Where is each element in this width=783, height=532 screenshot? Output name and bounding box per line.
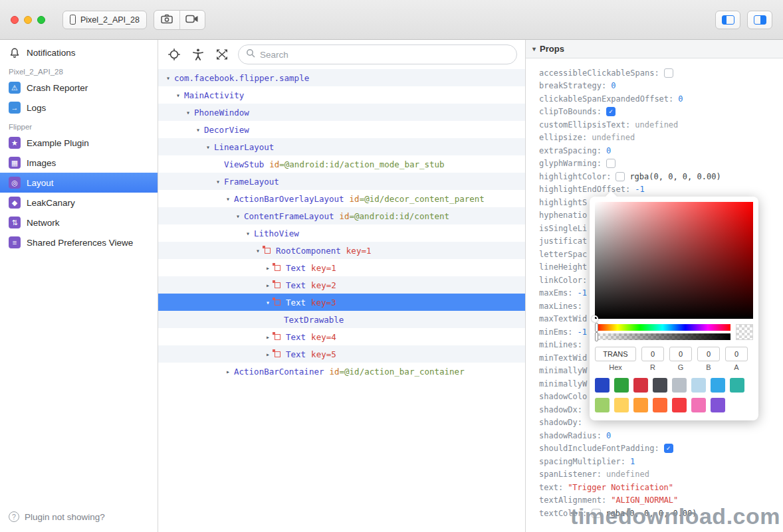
chevron-down-icon[interactable]: ▾ [243, 230, 253, 237]
blue-input[interactable] [697, 347, 720, 361]
tree-row[interactable]: ▾ContentFrameLayoutid=@android:id/conten… [158, 207, 525, 224]
color-swatch[interactable] [672, 378, 687, 393]
tree-row[interactable]: ▾MainActivity [158, 86, 525, 104]
prop-checkbox[interactable] [664, 68, 673, 78]
color-swatch[interactable] [614, 398, 629, 412]
alpha-input[interactable] [725, 347, 748, 361]
toggle-right-panel-button[interactable] [747, 11, 772, 29]
chevron-down-icon[interactable]: ▾ [253, 247, 263, 254]
chevron-right-icon[interactable]: ▸ [223, 368, 233, 375]
minimize-button[interactable] [24, 16, 32, 24]
close-button[interactable] [11, 16, 19, 24]
titlebar: Pixel_2_API_28 [0, 0, 783, 40]
accessibility-icon[interactable] [190, 46, 206, 62]
chevron-right-icon[interactable]: ▸ [263, 351, 273, 358]
color-swatch[interactable] [653, 378, 667, 393]
color-swatch[interactable] [672, 398, 687, 412]
sidebar-item-label: Crash Reporter [27, 83, 88, 93]
color-swatch[interactable] [711, 398, 725, 412]
alpha-cursor[interactable] [595, 332, 598, 341]
prop-checkbox[interactable] [606, 159, 615, 168]
prop-checkbox[interactable]: ✓ [664, 444, 673, 453]
tree-row[interactable]: ▸Textkey=4 [158, 328, 525, 345]
plugin-help-link[interactable]: ? Plugin not showing? [0, 501, 158, 532]
chevron-down-icon[interactable]: ▾ [263, 299, 273, 306]
tree-row[interactable]: ▾com.facebook.flipper.sample [158, 69, 525, 86]
sidebar-item-layout[interactable]: ◎Layout [0, 173, 158, 193]
color-swatch[interactable] [730, 378, 744, 393]
tree-row[interactable]: ▸ActionBarContainerid=@id/action_bar_con… [158, 363, 525, 380]
hue-slider[interactable] [595, 324, 730, 331]
hue-cursor[interactable] [595, 323, 598, 332]
chevron-down-icon[interactable]: ▾ [203, 143, 213, 151]
color-swatch[interactable] [711, 378, 725, 393]
green-input[interactable] [669, 347, 692, 361]
saturation-gradient[interactable] [595, 202, 753, 319]
chevron-down-icon[interactable]: ▾ [183, 109, 193, 116]
sidebar-item-crash-reporter[interactable]: ⚠Crash Reporter [0, 78, 158, 98]
alpha-slider[interactable] [595, 333, 730, 340]
prop-checkbox[interactable] [615, 172, 625, 181]
sidebar-item-notifications[interactable]: Notifications [0, 43, 158, 62]
tree-row[interactable]: ▾PhoneWindow [158, 104, 525, 121]
sidebar-item-network[interactable]: ⇅Network [0, 213, 158, 232]
target-mode-icon[interactable] [166, 46, 182, 62]
tree-row[interactable]: ▾RootComponentkey=1 [158, 242, 525, 259]
color-swatch[interactable] [691, 398, 706, 412]
prop-row: customEllipsisText:undefined [539, 118, 783, 132]
search-input[interactable] [260, 50, 509, 60]
tree-row[interactable]: TextDrawable [158, 311, 525, 328]
hex-label: Hex [609, 363, 622, 371]
chevron-right-icon[interactable]: ▸ [263, 333, 273, 341]
search-field[interactable] [238, 44, 517, 64]
chevron-right-icon[interactable]: ▸ [263, 264, 273, 272]
tree-row[interactable]: ▾DecorView [158, 121, 525, 138]
chevron-down-icon[interactable]: ▾ [213, 178, 223, 185]
toggle-left-panel-button[interactable] [715, 11, 740, 29]
tree-row[interactable]: ▾ActionBarOverlayLayoutid=@id/decor_cont… [158, 190, 525, 207]
saturation-cursor[interactable] [592, 315, 598, 322]
prop-checkbox[interactable] [592, 509, 601, 518]
chevron-down-icon[interactable]: ▾ [164, 74, 173, 82]
sidebar-item-leakcanary[interactable]: ◆LeakCanary [0, 193, 158, 213]
color-swatch[interactable] [653, 398, 667, 412]
color-swatch[interactable] [633, 378, 648, 393]
node-attr-value: =3 [326, 298, 336, 308]
color-swatch[interactable] [614, 378, 629, 393]
prop-value: rgba(0, 0, 0, 0.00) [629, 172, 721, 181]
screenshot-button[interactable] [154, 11, 179, 29]
sidebar-item-logs[interactable]: →Logs [0, 98, 158, 118]
sidebar-item-images[interactable]: ▦Images [0, 153, 158, 173]
color-swatch[interactable] [595, 398, 610, 412]
expand-icon[interactable] [214, 46, 230, 62]
prop-name: shadowRadius: [539, 431, 602, 440]
color-swatch[interactable] [595, 378, 610, 393]
chevron-down-icon[interactable]: ▾ [233, 213, 243, 220]
tree-row[interactable]: ▾Textkey=3 [158, 294, 525, 311]
hex-input[interactable] [595, 347, 636, 361]
node-name: com.facebook.flipper.sample [174, 73, 309, 83]
prop-name: highlightColor: [539, 172, 611, 181]
chevron-right-icon[interactable]: ▸ [263, 282, 273, 289]
zoom-button[interactable] [37, 16, 45, 24]
device-selector-button[interactable]: Pixel_2_API_28 [62, 11, 147, 29]
tree-row[interactable]: ▾LinearLayout [158, 138, 525, 155]
screen-record-button[interactable] [179, 11, 205, 29]
red-input[interactable] [641, 347, 664, 361]
chevron-down-icon[interactable]: ▾ [193, 126, 203, 133]
tree-row[interactable]: ▸Textkey=2 [158, 276, 525, 294]
props-header[interactable]: ▾ Props [526, 40, 783, 58]
tree-row[interactable]: ViewStubid=@android:id/action_mode_bar_s… [158, 155, 525, 173]
prop-checkbox[interactable]: ✓ [606, 107, 615, 116]
tree-row[interactable]: ▸Textkey=5 [158, 345, 525, 363]
sidebar-item-shared-preferences[interactable]: ≡Shared Preferences Viewe [0, 232, 158, 252]
node-attr-name: id [269, 159, 279, 169]
color-swatch[interactable] [633, 398, 648, 412]
tree-row[interactable]: ▾LithoView [158, 224, 525, 242]
chevron-down-icon[interactable]: ▾ [173, 92, 183, 99]
tree-row[interactable]: ▸Textkey=1 [158, 259, 525, 276]
color-swatch[interactable] [691, 378, 706, 393]
chevron-down-icon[interactable]: ▾ [223, 195, 233, 203]
sidebar-item-example-plugin[interactable]: ★Example Plugin [0, 133, 158, 153]
tree-row[interactable]: ▾FrameLayout [158, 173, 525, 190]
